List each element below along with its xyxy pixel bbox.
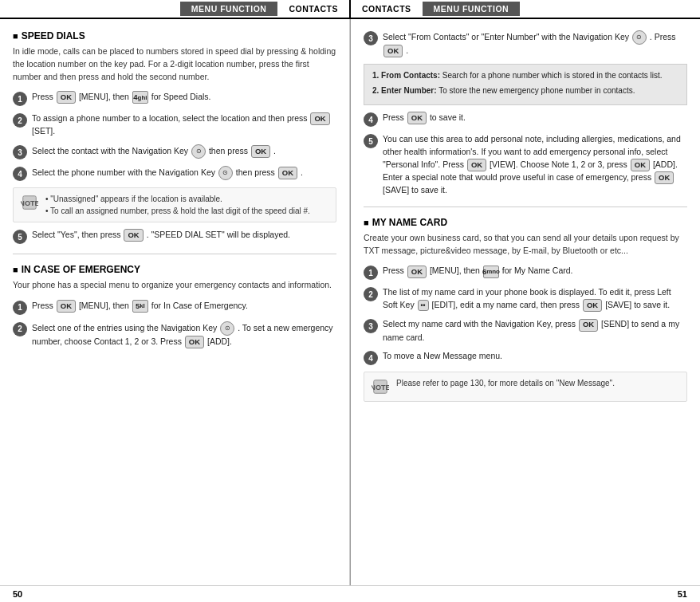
step-number: 5 bbox=[364, 134, 378, 148]
info-row-2: 2. Enter Number: To store the new emerge… bbox=[372, 85, 678, 97]
main-content: SPEED DIALS In idle mode, calls can be p… bbox=[0, 18, 700, 585]
left-panel: SPEED DIALS In idle mode, calls can be p… bbox=[0, 19, 350, 585]
section-divider bbox=[364, 207, 687, 207]
info-box: 1. From Contacts: Search for a phone num… bbox=[364, 64, 687, 105]
step-text: Select "From Contacts" or "Enter Number"… bbox=[383, 30, 687, 57]
my-name-card-step3: 3 Select my name card with the Navigatio… bbox=[364, 318, 687, 344]
my-name-card-step1: 1 Press OK [MENU], then 6mno for My Name… bbox=[364, 265, 687, 280]
my-name-card-intro: Create your own business card, so that y… bbox=[364, 232, 687, 258]
speed-dials-step2: 2 To assign a phone number to a location… bbox=[13, 112, 336, 138]
my-name-card-note: NOTE Please refer to page 130, for more … bbox=[364, 372, 687, 402]
emergency-step2: 2 Select one of the entries using the Na… bbox=[13, 321, 336, 348]
right-page-number: 51 bbox=[678, 589, 687, 599]
step-text: Press OK [MENU], then 4ghi for Speed Dia… bbox=[32, 91, 336, 104]
section-divider bbox=[13, 254, 336, 254]
note-text: • "Unassigned" appears if the location i… bbox=[45, 193, 310, 217]
ok-key-icon: OK bbox=[185, 336, 204, 348]
speed-dials-step5: 5 Select "Yes", then press OK . "SPEED D… bbox=[13, 229, 336, 244]
step-text: Select one of the entries using the Navi… bbox=[32, 321, 336, 348]
step-number: 1 bbox=[13, 92, 27, 106]
emergency-right-step5: 5 You can use this area to add personal … bbox=[364, 133, 687, 197]
right-menu-label: MENU FUNCTION bbox=[423, 2, 521, 16]
nav-key-icon: ⊙ bbox=[218, 166, 233, 180]
step-number: 4 bbox=[13, 167, 27, 181]
step-text: Press OK [MENU], then 6mno for My Name C… bbox=[383, 265, 687, 277]
step-number: 1 bbox=[364, 266, 378, 280]
ok-key-icon: OK bbox=[124, 229, 143, 242]
ok-key-icon: OK bbox=[383, 45, 403, 57]
ok-key-icon: OK bbox=[57, 91, 76, 104]
info-label-1: 1. From Contacts: bbox=[372, 71, 440, 80]
my-name-card-step4: 4 To move a New Message menu. bbox=[364, 350, 687, 365]
ok-key-icon: OK bbox=[467, 159, 486, 171]
info-label-2: 2. Enter Number: bbox=[372, 86, 437, 95]
ok-key-icon: OK bbox=[310, 112, 329, 125]
info-text-1: Search for a phone number which is store… bbox=[442, 71, 663, 80]
left-menu-label: MENU FUNCTION bbox=[180, 2, 278, 16]
ok-key-icon: OK bbox=[655, 171, 674, 184]
soft-key-icon: •• bbox=[418, 300, 429, 311]
step-text: Press OK to save it. bbox=[383, 112, 687, 124]
step-number: 3 bbox=[13, 145, 27, 159]
left-contacts-label: CONTACTS bbox=[277, 2, 349, 16]
info-row-1: 1. From Contacts: Search for a phone num… bbox=[372, 69, 678, 82]
my-name-card-title: MY NAME CARD bbox=[364, 217, 687, 228]
emergency-right-step3: 3 Select "From Contacts" or "Enter Numbe… bbox=[364, 30, 687, 57]
page-header: MENU FUNCTION CONTACTS CONTACTS MENU FUN… bbox=[0, 0, 700, 18]
step-number: 4 bbox=[364, 112, 378, 127]
step-number: 3 bbox=[364, 319, 378, 333]
right-contacts-label: CONTACTS bbox=[351, 2, 423, 16]
svg-text:NOTE: NOTE bbox=[21, 199, 38, 207]
nav-key-icon: ⊙ bbox=[632, 30, 647, 45]
step-text: To move a New Message menu. bbox=[383, 350, 687, 363]
note-icon: NOTE bbox=[371, 377, 390, 396]
note-text: Please refer to page 130, for more detai… bbox=[396, 377, 615, 389]
ok-key-icon: OK bbox=[631, 159, 650, 171]
page-footer: 50 51 bbox=[0, 585, 700, 602]
ok-key-icon: OK bbox=[407, 266, 427, 278]
key-4: 4ghi bbox=[132, 91, 148, 104]
ok-key-icon: OK bbox=[579, 319, 598, 332]
speed-dials-step1: 1 Press OK [MENU], then 4ghi for Speed D… bbox=[13, 91, 336, 106]
speed-dials-note: NOTE • "Unassigned" appears if the locat… bbox=[13, 187, 336, 222]
ok-key-icon: OK bbox=[251, 145, 270, 158]
my-name-card-step2: 2 The list of my name card in your phone… bbox=[364, 286, 687, 312]
step-number: 2 bbox=[13, 322, 27, 336]
speed-dials-intro: In idle mode, calls can be placed to num… bbox=[13, 45, 336, 83]
header-left: MENU FUNCTION CONTACTS bbox=[0, 0, 349, 18]
key-6: 6mno bbox=[483, 266, 499, 278]
note-icon: NOTE bbox=[20, 193, 39, 212]
step-text: Select my name card with the Navigation … bbox=[383, 318, 687, 344]
info-text-2: To store the new emergency phone number … bbox=[438, 86, 635, 95]
ok-key-icon: OK bbox=[583, 299, 602, 312]
speed-dials-title: SPEED DIALS bbox=[13, 30, 336, 41]
svg-text:NOTE: NOTE bbox=[372, 384, 389, 391]
right-panel: 3 Select "From Contacts" or "Enter Numbe… bbox=[351, 19, 700, 585]
nav-key-icon: ⊙ bbox=[191, 144, 206, 159]
step-text: Select the phone number with the Navigat… bbox=[32, 166, 336, 180]
emergency-step1: 1 Press OK [MENU], then 5kl for In Case … bbox=[13, 300, 336, 315]
nav-key-icon: ⊙ bbox=[220, 321, 234, 336]
ok-key-icon: OK bbox=[57, 300, 76, 313]
step-text: To assign a phone number to a location, … bbox=[32, 112, 336, 138]
step-text: You can use this area to add personal no… bbox=[383, 133, 687, 197]
step-number: 2 bbox=[13, 113, 27, 128]
step-number: 4 bbox=[364, 351, 378, 365]
step-text: Select the contact with the Navigation K… bbox=[32, 144, 336, 159]
step-number: 1 bbox=[13, 301, 27, 315]
ok-key-icon: OK bbox=[407, 112, 427, 124]
step-text: Press OK [MENU], then 5kl for In Case of… bbox=[32, 300, 336, 313]
step-number: 5 bbox=[13, 230, 27, 244]
header-right: CONTACTS MENU FUNCTION bbox=[351, 0, 700, 18]
step-text: The list of my name card in your phone b… bbox=[383, 286, 687, 312]
emergency-title: IN CASE OF EMERGENCY bbox=[13, 264, 336, 275]
ok-key-icon: OK bbox=[278, 167, 297, 179]
key-5: 5kl bbox=[132, 300, 148, 313]
step-number: 3 bbox=[364, 31, 378, 45]
emergency-right-step4: 4 Press OK to save it. bbox=[364, 112, 687, 127]
step-text: Select "Yes", then press OK . "SPEED DIA… bbox=[32, 229, 336, 242]
step-number: 2 bbox=[364, 287, 378, 301]
speed-dials-step3: 3 Select the contact with the Navigation… bbox=[13, 144, 336, 159]
speed-dials-step4: 4 Select the phone number with the Navig… bbox=[13, 166, 336, 181]
emergency-intro: Your phone has a special menu to organiz… bbox=[13, 279, 336, 292]
